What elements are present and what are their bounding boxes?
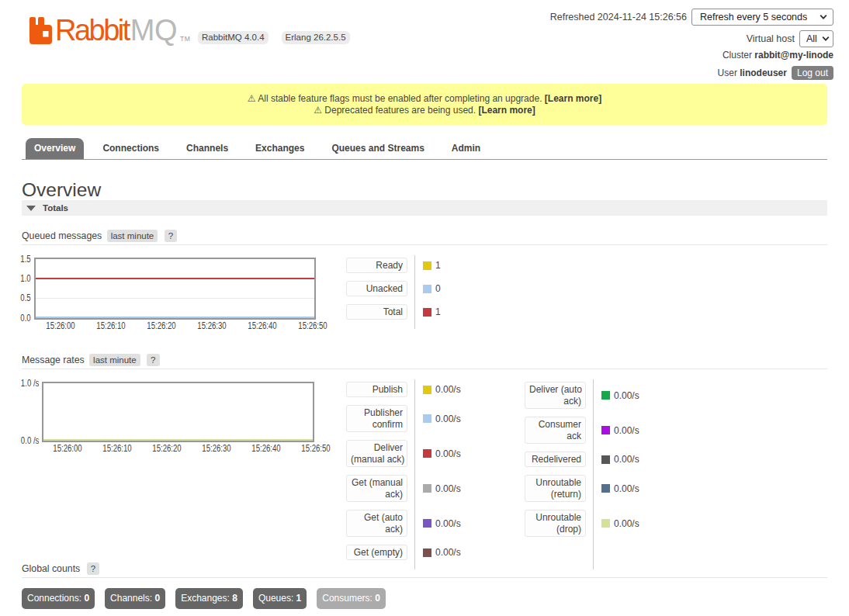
rabbit-icon — [29, 17, 52, 44]
chart-row: 1.0 /s0.0 /s15:26:0015:26:1015:26:2015:2… — [22, 382, 827, 568]
legend-label-deliver-manual-ack-: Deliver(manual ack) — [346, 440, 407, 467]
x-tick-label: 15:26:40 — [248, 321, 276, 331]
x-tick-label: 15:26:20 — [152, 444, 181, 454]
legend-row: Unroutable(drop)0.00/s — [525, 510, 703, 537]
period-badge[interactable]: last minute — [89, 354, 140, 366]
legend-value: 0.00/s — [407, 547, 461, 558]
legend-label-ready: Ready — [346, 258, 407, 273]
tab-link-exchanges[interactable]: Exchanges — [247, 138, 313, 159]
chart-queued-messages: 1.51.00.50.015:26:0015:26:1015:26:2015:2… — [22, 258, 346, 332]
legend-row: Redelivered0.00/s — [525, 452, 703, 467]
x-tick-label: 15:26:10 — [96, 321, 125, 331]
totals-section-header[interactable]: Totals — [22, 200, 827, 216]
header: RabbitMQ TM RabbitMQ 4.0.4 Erlang 26.2.5… — [22, 0, 827, 84]
legend-value: 0.00/s — [407, 414, 461, 424]
section-title: Queued messages — [22, 230, 102, 241]
legend-color-swatch — [601, 519, 610, 528]
legend-value-text: 0.00/s — [435, 547, 461, 558]
legend-label-deliver-auto-ack-: Deliver (autoack) — [525, 382, 586, 409]
y-tick-label: 1.5 — [21, 254, 31, 265]
legend-value: 1 — [407, 306, 441, 317]
chart-row: 1.51.00.50.015:26:0015:26:1015:26:2015:2… — [22, 258, 827, 332]
count-button-channels[interactable]: Channels: 0 — [105, 588, 165, 609]
tab-queues-and-streams: Queues and Streams — [323, 138, 432, 159]
legend-row: Get (autoack)0.00/s — [346, 510, 525, 537]
cluster-label: Cluster — [723, 50, 752, 61]
x-tick-label: 15:26:50 — [301, 444, 330, 454]
page-title: Overview — [22, 180, 827, 200]
status-panel: Refreshed 2024-11-24 15:26:56 Refresh ev… — [550, 0, 833, 80]
legend-color-swatch — [601, 484, 610, 493]
legend-column: Ready1Unacked0Total1 — [346, 258, 525, 327]
legend-color-swatch — [423, 386, 431, 394]
tab-channels: Channels — [178, 138, 237, 159]
legend-color-swatch — [423, 261, 431, 270]
tab-exchanges: Exchanges — [247, 138, 313, 159]
legend-label-unacked: Unacked — [346, 281, 407, 296]
section-title: Message rates — [22, 355, 85, 365]
vhost-select[interactable]: All — [799, 30, 833, 47]
legend-value-text: 0.00/s — [614, 390, 639, 401]
help-icon[interactable]: ? — [165, 230, 177, 242]
deprecated-learn-more-link[interactable]: [Learn more] — [478, 105, 535, 116]
legend-label-get-auto-ack-: Get (autoack) — [346, 510, 407, 537]
y-tick-label: 1.0 — [21, 274, 31, 284]
y-tick-label: 0.0 — [21, 313, 31, 324]
tab-admin: Admin — [443, 138, 489, 159]
legend-divider — [414, 379, 415, 569]
legend-color-swatch — [423, 285, 431, 293]
period-badge[interactable]: last minute — [107, 230, 158, 242]
y-tick-label: 1.0 /s — [21, 379, 39, 389]
legend-value-text: 0.00/s — [614, 483, 639, 494]
y-axis-labels: 1.0 /s0.0 /s — [22, 382, 39, 442]
count-button-queues[interactable]: Queues: 1 — [253, 588, 307, 609]
legend-color-swatch — [423, 519, 431, 528]
cluster-name: rabbit@my-linode — [754, 50, 833, 61]
count-button-exchanges[interactable]: Exchanges: 8 — [175, 588, 243, 609]
tab-link-admin[interactable]: Admin — [443, 138, 489, 159]
tab-link-channels[interactable]: Channels — [178, 138, 237, 159]
x-tick-label: 15:26:10 — [102, 444, 131, 454]
legend-value: 0.00/s — [586, 454, 639, 465]
totals-section-title: Totals — [43, 202, 68, 213]
y-tick-label: 0.5 — [21, 293, 31, 303]
user-name: linodeuser — [740, 67, 787, 78]
global-counts-title: Global counts — [22, 563, 80, 574]
legend-value-text: 0.00/s — [614, 454, 639, 465]
legend-label-unroutable-return-: Unroutable(return) — [525, 475, 586, 502]
logout-button[interactable]: Log out — [792, 66, 833, 80]
legend-value: 1 — [407, 260, 441, 271]
y-tick-label: 0.0 /s — [21, 436, 39, 446]
legend-row: Unroutable(return)0.00/s — [525, 475, 703, 502]
feature-flags-learn-more-link[interactable]: [Learn more] — [545, 93, 601, 104]
tab-bar: OverviewConnectionsChannelsExchangesQueu… — [22, 138, 827, 160]
series-line-unacked — [36, 317, 314, 318]
legend-value-text: 0.00/s — [435, 448, 461, 459]
gridline — [36, 298, 314, 299]
legend-row: Total1 — [346, 304, 525, 320]
rabbitmq-logo[interactable]: RabbitMQ TM — [29, 17, 190, 44]
legend-row: Get (manualack)0.00/s — [346, 475, 525, 502]
help-icon[interactable]: ? — [87, 562, 99, 575]
count-button-connections[interactable]: Connections: 0 — [22, 588, 95, 609]
refreshed-timestamp: Refreshed 2024-11-24 15:26:56 — [550, 12, 687, 22]
legend-value: 0.00/s — [407, 518, 461, 529]
refresh-interval-select[interactable]: Refresh every 5 seconds — [691, 9, 833, 26]
tab-link-overview[interactable]: Overview — [26, 138, 84, 159]
legend-color-swatch — [423, 484, 431, 493]
legend-row: Consumerack0.00/s — [525, 417, 703, 444]
y-axis-labels: 1.51.00.50.0 — [22, 258, 31, 320]
plot-area — [34, 258, 316, 320]
tab-link-connections[interactable]: Connections — [94, 138, 168, 159]
x-tick-label: 15:26:40 — [251, 444, 280, 454]
feature-flags-warning: ⚠ All stable feature flags must be enabl… — [22, 93, 827, 105]
section-heading-message-rates: Message rates last minute ? — [22, 355, 827, 369]
tab-link-queues-and-streams[interactable]: Queues and Streams — [323, 138, 432, 159]
help-icon[interactable]: ? — [147, 354, 159, 366]
legend-value-text: 0.00/s — [435, 518, 461, 529]
legend-label-total: Total — [346, 304, 407, 320]
legend-value-text: 0.00/s — [435, 414, 461, 424]
chart-legend: Publish0.00/sPublisherconfirm0.00/sDeliv… — [346, 382, 703, 568]
rabbitmq-version-badge: RabbitMQ 4.0.4 — [198, 31, 269, 44]
legend-color-swatch — [423, 414, 431, 423]
